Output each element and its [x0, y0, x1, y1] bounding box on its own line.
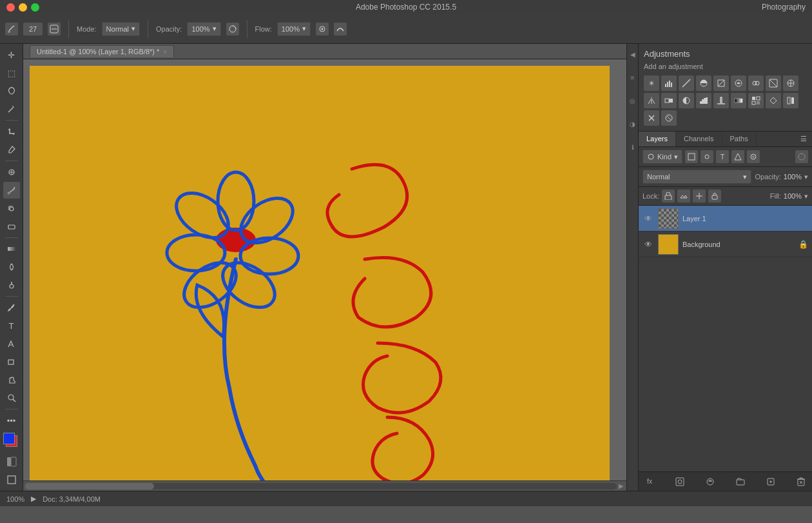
zoom-tool[interactable] — [3, 390, 20, 406]
exposure-adj-icon[interactable] — [696, 75, 711, 91]
layer-row-layer1[interactable]: 👁 Layer 1 — [639, 206, 812, 232]
canvas-wrapper[interactable] — [23, 59, 626, 480]
info-fi-icon[interactable]: ℹ — [628, 142, 638, 152]
flow-dropdown[interactable]: 100% ▾ — [277, 22, 311, 36]
pen-tool[interactable] — [3, 299, 20, 316]
new-layer-button[interactable] — [764, 475, 778, 489]
lock-position-icon[interactable] — [693, 190, 706, 202]
brush-tool-icon[interactable] — [5, 23, 18, 35]
brightness-adj-icon[interactable]: ☀ — [644, 75, 659, 91]
filter-adjust-icon[interactable] — [701, 150, 713, 163]
smooth-icon[interactable] — [334, 23, 347, 35]
lock-all-icon[interactable] — [708, 190, 721, 202]
tab-channels[interactable]: Channels — [676, 132, 722, 146]
bw-adj-icon[interactable] — [766, 75, 781, 91]
layer1-visibility-toggle[interactable]: 👁 — [643, 213, 654, 224]
kind-filter-dropdown[interactable]: Kind ▾ — [643, 150, 682, 164]
foreground-color[interactable] — [3, 433, 15, 444]
filter-text-icon[interactable]: T — [716, 150, 729, 163]
lock-image-icon[interactable] — [677, 190, 690, 202]
gradient-tool[interactable] — [3, 241, 20, 257]
eyedropper-tool[interactable] — [3, 141, 20, 158]
filter-shape-icon[interactable] — [731, 150, 744, 163]
quick-mask-icon[interactable] — [3, 453, 20, 470]
delete-layer-button[interactable] — [794, 475, 808, 489]
airbrush-icon[interactable] — [316, 23, 329, 35]
brush-tool[interactable] — [3, 182, 20, 199]
posterize-adj-icon[interactable] — [696, 93, 711, 108]
rect-select-tool[interactable]: ⬚ — [3, 64, 20, 81]
adjustments-fi-icon[interactable]: ◑ — [628, 119, 638, 129]
adj6-icon[interactable] — [783, 93, 798, 108]
layer-row-background[interactable]: 👁 Background 🔒 — [639, 232, 812, 257]
move-tool[interactable]: ✛ — [3, 46, 20, 63]
tab-paths[interactable]: Paths — [722, 132, 757, 146]
color-swatches[interactable] — [3, 433, 20, 449]
curves-adj-icon[interactable] — [679, 75, 694, 91]
workspace-label[interactable]: Photography — [762, 3, 806, 12]
opacity-toggle-icon[interactable] — [226, 23, 239, 35]
more-tools[interactable]: ••• — [3, 412, 20, 429]
scrollbar-thumb[interactable] — [25, 483, 154, 489]
invert-adj-icon[interactable] — [679, 93, 694, 108]
channels-fi-icon[interactable]: ◎ — [628, 95, 638, 106]
crop-tool[interactable] — [3, 123, 20, 140]
threshold-adj-icon[interactable] — [713, 93, 729, 108]
minimize-button[interactable] — [19, 3, 27, 12]
lasso-tool[interactable] — [3, 83, 20, 99]
channelmixer-adj-icon[interactable] — [644, 93, 659, 108]
new-fill-adj-button[interactable] — [703, 475, 717, 489]
magic-wand-tool[interactable] — [3, 101, 20, 117]
photofilter-adj-icon[interactable] — [783, 75, 798, 91]
layers-panel-menu[interactable]: ☰ — [795, 132, 812, 146]
horizontal-scrollbar[interactable]: ▶ — [23, 480, 626, 491]
text-tool[interactable]: T — [3, 317, 20, 334]
eraser-tool[interactable] — [3, 218, 20, 235]
colorlookup-adj-icon[interactable] — [661, 93, 677, 108]
canvas[interactable] — [30, 66, 610, 480]
blend-mode-dropdown[interactable]: Normal ▾ — [643, 170, 751, 184]
close-button[interactable] — [6, 3, 15, 12]
levels-adj-icon[interactable] — [661, 75, 677, 91]
layers-fi-icon[interactable]: ≡ — [628, 72, 638, 83]
screen-mode-icon[interactable] — [3, 471, 20, 488]
fill-value[interactable]: 100% — [784, 192, 802, 200]
adj8-icon[interactable] — [661, 110, 677, 126]
gradientmap-adj-icon[interactable] — [731, 93, 746, 108]
new-group-button[interactable] — [733, 475, 748, 489]
canvas-tab-item[interactable]: Untitled-1 @ 100% (Layer 1, RGB/8*) * × — [30, 45, 174, 57]
maximize-button[interactable] — [31, 3, 39, 12]
colorbalance-adj-icon[interactable] — [748, 75, 764, 91]
hsl-adj-icon[interactable] — [731, 75, 746, 91]
scroll-arrow-right[interactable]: ▶ — [619, 482, 626, 489]
path-select-tool[interactable] — [3, 335, 20, 352]
vibrance-adj-icon[interactable] — [713, 75, 729, 91]
hand-tool[interactable] — [3, 371, 20, 388]
shape-tool[interactable] — [3, 353, 20, 370]
filter-toggle-icon[interactable] — [795, 150, 808, 163]
panel-collapse-icon[interactable]: ◀ — [628, 49, 638, 59]
dodge-tool[interactable] — [3, 277, 20, 293]
brush-preset-icon[interactable] — [48, 23, 61, 35]
background-name[interactable]: Background — [682, 241, 795, 248]
background-visibility-toggle[interactable]: 👁 — [643, 239, 654, 250]
opacity-value[interactable]: 100% — [784, 173, 802, 181]
brush-size-display[interactable]: 27 — [23, 23, 43, 35]
adj7-icon[interactable] — [644, 110, 659, 126]
fx-button[interactable]: fx — [643, 475, 657, 489]
tab-layers[interactable]: Layers — [639, 132, 676, 146]
opacity-dropdown[interactable]: 100% ▾ — [187, 22, 220, 36]
selectivecolor-adj-icon[interactable] — [748, 93, 764, 108]
filter-pixel-icon[interactable] — [685, 150, 698, 163]
adj5-icon[interactable] — [766, 93, 781, 108]
blur-tool[interactable] — [3, 259, 20, 275]
lock-transparent-icon[interactable] — [662, 190, 675, 202]
clone-tool[interactable] — [3, 200, 20, 217]
scrollbar-track[interactable] — [25, 483, 617, 489]
tab-close-button[interactable]: × — [163, 48, 167, 55]
mode-dropdown[interactable]: Normal ▾ — [102, 22, 140, 36]
heal-tool[interactable] — [3, 164, 20, 181]
layer1-name[interactable]: Layer 1 — [682, 215, 808, 222]
filter-smart-icon[interactable] — [747, 150, 760, 163]
add-mask-button[interactable] — [673, 475, 687, 489]
